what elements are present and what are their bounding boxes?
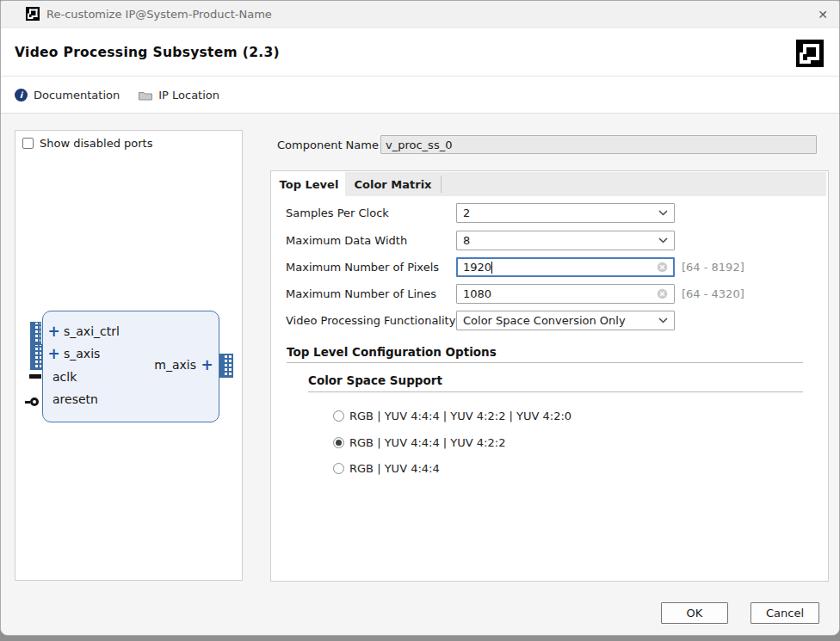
chevron-down-icon	[658, 317, 668, 324]
port-label: aclk	[52, 370, 77, 384]
page-title: Video Processing Subsystem (2.3)	[15, 45, 280, 60]
info-icon: i	[15, 89, 28, 102]
samples-per-clock-select[interactable]: 2	[456, 203, 675, 223]
plus-icon[interactable]: +	[201, 359, 213, 371]
section-title: Top Level Configuration Options	[287, 345, 497, 359]
radio-label: RGB | YUV 4:4:4	[349, 462, 440, 475]
range-hint: [64 - 8192]	[682, 257, 744, 277]
select-value: Color Space Conversion Only	[463, 314, 626, 327]
tab-bar: Top Level Color Matrix	[273, 172, 826, 196]
port-label: s_axis	[64, 347, 100, 361]
port-label: m_axis	[154, 358, 196, 372]
title-bar: Re-customize IP@System-Product-Name ✕	[1, 1, 839, 28]
port-aresetn: aresetn	[52, 392, 98, 406]
chevron-down-icon	[658, 210, 668, 216]
tab-divider	[441, 176, 442, 193]
input-value: 1920	[463, 261, 491, 274]
maximum-number-of-pixels-input[interactable]: 1920	[456, 257, 675, 277]
subsection-rule	[308, 391, 803, 392]
ip-symbol-panel: Show disabled ports + s_axi_ctrl + s_axi…	[15, 130, 243, 581]
amd-logo-icon	[26, 7, 40, 21]
field-label: Maximum Number of Pixels	[286, 257, 439, 277]
ok-button[interactable]: OK	[661, 602, 728, 624]
aclk-pin-icon	[29, 374, 41, 379]
ip-block-diagram[interactable]: + s_axi_ctrl + s_axis aclk aresetn m_axi…	[42, 311, 219, 422]
component-name-field[interactable]: v_proc_ss_0	[380, 135, 817, 154]
port-m-axis[interactable]: m_axis +	[154, 358, 213, 372]
radio-option-3[interactable]: RGB | YUV 4:4:4	[333, 462, 440, 475]
plus-icon[interactable]: +	[47, 348, 60, 360]
show-disabled-ports-label: Show disabled ports	[40, 137, 152, 150]
cancel-button[interactable]: Cancel	[750, 602, 819, 624]
clear-input-icon[interactable]	[657, 288, 668, 299]
port-s-axis[interactable]: + s_axis	[47, 347, 100, 361]
radio-icon-selected[interactable]	[333, 437, 344, 448]
tab-label: Color Matrix	[355, 178, 432, 191]
folder-icon	[139, 89, 152, 101]
radio-icon[interactable]	[333, 463, 344, 474]
s-axis-bus-icon	[30, 344, 42, 370]
port-label: s_axi_ctrl	[64, 324, 120, 338]
radio-label: RGB | YUV 4:4:4 | YUV 4:2:2	[349, 436, 505, 449]
field-label: Maximum Number of Lines	[286, 284, 436, 304]
plus-icon[interactable]: +	[47, 325, 60, 337]
ip-location-label: IP Location	[158, 89, 219, 102]
documentation-label: Documentation	[34, 89, 120, 102]
s-axi-ctrl-bus-icon	[30, 322, 41, 344]
component-name-value: v_proc_ss_0	[386, 139, 452, 151]
chevron-down-icon	[658, 237, 668, 243]
maximum-number-of-lines-input[interactable]: 1080	[456, 284, 675, 304]
select-value: 2	[463, 206, 470, 219]
field-label: Samples Per Clock	[286, 203, 389, 223]
tab-label: Top Level	[280, 178, 339, 191]
amd-logo-icon	[796, 40, 824, 67]
window-title: Re-customize IP@System-Product-Name	[46, 8, 272, 21]
reset-ring	[30, 398, 39, 406]
clear-input-icon[interactable]	[657, 262, 668, 273]
maximum-data-width-select[interactable]: 8	[456, 231, 675, 250]
m-axis-bus-icon	[219, 354, 233, 378]
config-panel: Top Level Color Matrix Samples Per Clock…	[270, 170, 829, 582]
radio-icon[interactable]	[333, 410, 344, 422]
tab-color-matrix[interactable]: Color Matrix	[345, 172, 441, 196]
section-rule	[287, 362, 803, 363]
field-label: Video Processing Functionality	[286, 311, 455, 330]
toolbar: i Documentation IP Location	[1, 76, 839, 114]
select-value: 8	[463, 234, 470, 247]
ip-location-button[interactable]: IP Location	[139, 89, 219, 102]
component-name-label: Component Name	[277, 139, 379, 151]
video-processing-functionality-select[interactable]: Color Space Conversion Only	[456, 311, 675, 330]
dialog-content: Show disabled ports + s_axi_ctrl + s_axi…	[1, 114, 839, 636]
subsection-title: Color Space Support	[308, 373, 442, 387]
port-label: aresetn	[52, 392, 98, 406]
documentation-button[interactable]: i Documentation	[15, 89, 120, 102]
tab-top-level[interactable]: Top Level	[273, 172, 345, 196]
radio-option-2[interactable]: RGB | YUV 4:4:4 | YUV 4:2:2	[333, 436, 505, 449]
dialog-header: Video Processing Subsystem (2.3)	[1, 28, 839, 76]
range-hint: [64 - 4320]	[682, 284, 744, 304]
port-aclk: aclk	[52, 370, 77, 384]
aresetn-pin-icon	[25, 398, 39, 406]
port-s-axi-ctrl[interactable]: + s_axi_ctrl	[47, 324, 120, 338]
close-icon[interactable]: ✕	[812, 3, 834, 25]
field-label: Maximum Data Width	[286, 231, 407, 250]
text-cursor	[491, 262, 492, 274]
input-value: 1080	[463, 287, 491, 300]
radio-label: RGB | YUV 4:4:4 | YUV 4:2:2 | YUV 4:2:0	[349, 410, 571, 422]
radio-option-1[interactable]: RGB | YUV 4:4:4 | YUV 4:2:2 | YUV 4:2:0	[333, 410, 571, 422]
show-disabled-ports-row: Show disabled ports	[22, 137, 152, 150]
dialog-window: Re-customize IP@System-Product-Name ✕ Vi…	[0, 0, 840, 636]
show-disabled-ports-checkbox[interactable]	[22, 138, 34, 149]
